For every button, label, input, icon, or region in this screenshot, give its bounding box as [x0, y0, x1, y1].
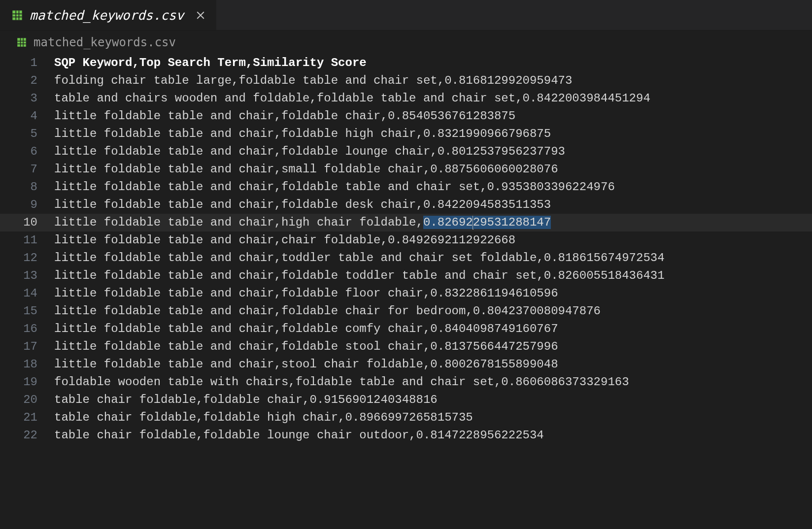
- line-content[interactable]: little foldable table and chair,foldable…: [54, 320, 812, 338]
- line-number: 19: [0, 373, 54, 391]
- line-content[interactable]: little foldable table and chair,foldable…: [54, 267, 812, 285]
- line-content[interactable]: little foldable table and chair,high cha…: [54, 214, 812, 231]
- line-content[interactable]: folding chair table large,foldable table…: [54, 72, 812, 90]
- line-number: 4: [0, 107, 54, 125]
- line-content[interactable]: table and chairs wooden and foldable,fol…: [54, 90, 812, 107]
- editor-line[interactable]: 3table and chairs wooden and foldable,fo…: [0, 90, 812, 107]
- breadcrumb[interactable]: matched_keywords.csv: [0, 31, 812, 54]
- line-content[interactable]: little foldable table and chair,foldable…: [54, 125, 812, 143]
- editor-area[interactable]: 1SQP Keyword,Top Search Term,Similarity …: [0, 54, 812, 444]
- line-content[interactable]: little foldable table and chair,foldable…: [54, 143, 812, 161]
- editor-line[interactable]: 1SQP Keyword,Top Search Term,Similarity …: [0, 54, 812, 72]
- line-number: 8: [0, 178, 54, 196]
- close-icon[interactable]: [194, 8, 207, 22]
- editor-line[interactable]: 16little foldable table and chair,foldab…: [0, 320, 812, 338]
- line-number: 14: [0, 285, 54, 302]
- editor-line[interactable]: 9little foldable table and chair,foldabl…: [0, 196, 812, 214]
- editor-line[interactable]: 13little foldable table and chair,foldab…: [0, 267, 812, 285]
- tab-label: matched_keywords.csv: [30, 8, 184, 23]
- editor-line[interactable]: 22table chair foldable,foldable lounge c…: [0, 427, 812, 444]
- line-number: 10: [0, 214, 54, 231]
- table-icon: [12, 10, 23, 21]
- line-content[interactable]: table chair foldable,foldable lounge cha…: [54, 427, 812, 444]
- editor-line[interactable]: 5little foldable table and chair,foldabl…: [0, 125, 812, 143]
- editor-line[interactable]: 18little foldable table and chair,stool …: [0, 356, 812, 373]
- line-number: 20: [0, 391, 54, 409]
- editor-line[interactable]: 6little foldable table and chair,foldabl…: [0, 143, 812, 161]
- editor-line[interactable]: 7little foldable table and chair,small f…: [0, 161, 812, 178]
- breadcrumb-filename: matched_keywords.csv: [34, 35, 176, 49]
- editor-line[interactable]: 12little foldable table and chair,toddle…: [0, 249, 812, 267]
- line-content[interactable]: little foldable table and chair,stool ch…: [54, 356, 812, 373]
- line-number: 9: [0, 196, 54, 214]
- line-number: 22: [0, 427, 54, 444]
- line-number: 21: [0, 409, 54, 427]
- line-number: 5: [0, 125, 54, 143]
- svg-rect-5: [17, 38, 26, 47]
- editor-line[interactable]: 8little foldable table and chair,foldabl…: [0, 178, 812, 196]
- editor-line[interactable]: 14little foldable table and chair,foldab…: [0, 285, 812, 302]
- editor-line[interactable]: 21table chair foldable,foldable high cha…: [0, 409, 812, 427]
- line-content[interactable]: little foldable table and chair,toddler …: [54, 249, 812, 267]
- line-content[interactable]: little foldable table and chair,small fo…: [54, 161, 812, 178]
- line-content[interactable]: table chair foldable,foldable chair,0.91…: [54, 391, 812, 409]
- line-number: 6: [0, 143, 54, 161]
- tab-bar: matched_keywords.csv: [0, 0, 812, 31]
- line-number: 17: [0, 338, 54, 356]
- line-content[interactable]: little foldable table and chair,foldable…: [54, 107, 812, 125]
- tab-matched-keywords[interactable]: matched_keywords.csv: [0, 0, 217, 30]
- line-content[interactable]: foldable wooden table with chairs,foldab…: [54, 373, 812, 391]
- line-number: 2: [0, 72, 54, 90]
- line-content[interactable]: little foldable table and chair,foldable…: [54, 338, 812, 356]
- line-content[interactable]: table chair foldable,foldable high chair…: [54, 409, 812, 427]
- line-number: 3: [0, 90, 54, 107]
- line-content[interactable]: little foldable table and chair,foldable…: [54, 196, 812, 214]
- editor-line[interactable]: 15little foldable table and chair,foldab…: [0, 302, 812, 320]
- table-icon: [17, 37, 27, 47]
- line-content[interactable]: little foldable table and chair,chair fo…: [54, 231, 812, 249]
- line-number: 16: [0, 320, 54, 338]
- editor-line[interactable]: 4little foldable table and chair,foldabl…: [0, 107, 812, 125]
- line-content[interactable]: little foldable table and chair,foldable…: [54, 302, 812, 320]
- svg-rect-0: [12, 10, 22, 20]
- line-number: 15: [0, 302, 54, 320]
- line-number: 11: [0, 231, 54, 249]
- line-content[interactable]: SQP Keyword,Top Search Term,Similarity S…: [54, 54, 812, 72]
- line-number: 7: [0, 161, 54, 178]
- line-content[interactable]: little foldable table and chair,foldable…: [54, 178, 812, 196]
- line-content[interactable]: little foldable table and chair,foldable…: [54, 285, 812, 302]
- line-number: 12: [0, 249, 54, 267]
- editor-line[interactable]: 19foldable wooden table with chairs,fold…: [0, 373, 812, 391]
- line-number: 13: [0, 267, 54, 285]
- editor-line[interactable]: 17little foldable table and chair,foldab…: [0, 338, 812, 356]
- editor-line[interactable]: 2folding chair table large,foldable tabl…: [0, 72, 812, 90]
- editor-line[interactable]: 11little foldable table and chair,chair …: [0, 231, 812, 249]
- editor-line[interactable]: 20table chair foldable,foldable chair,0.…: [0, 391, 812, 409]
- editor-line[interactable]: 10little foldable table and chair,high c…: [0, 214, 812, 231]
- line-number: 18: [0, 356, 54, 373]
- line-number: 1: [0, 54, 54, 72]
